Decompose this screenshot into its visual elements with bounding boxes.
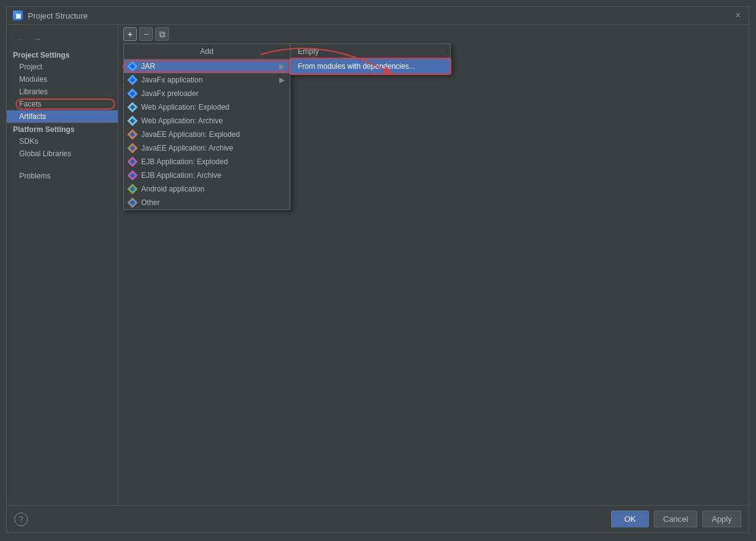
javafx-app-icon — [128, 75, 138, 86]
dropdown-item-ejb-archive-label: EJB Application: Archive — [141, 171, 221, 180]
platform-settings-label: Platform Settings — [7, 123, 118, 135]
back-button[interactable]: ← — [13, 32, 27, 46]
forward-button[interactable]: → — [30, 32, 44, 46]
submenu-item-empty[interactable]: Empty — [290, 44, 450, 59]
javafx-preloader-icon — [128, 89, 138, 99]
content-area: ← → Project Settings Project Modules Lib… — [7, 25, 749, 505]
project-settings-label: Project Settings — [7, 48, 118, 61]
add-dropdown-header: Add — [124, 44, 290, 59]
dropdown-item-ejb-exploded-label: EJB Application: Exploded — [141, 157, 228, 166]
ejb-archive-icon — [128, 170, 138, 181]
close-button[interactable]: × — [734, 11, 742, 20]
sidebar-item-modules[interactable]: Modules — [7, 73, 118, 86]
toolbar: + − ⧉ — [118, 25, 174, 43]
sidebar: ← → Project Settings Project Modules Lib… — [7, 25, 118, 505]
nav-bar: ← → — [7, 30, 118, 48]
cancel-button[interactable]: Cancel — [654, 511, 697, 527]
dropdown-item-ejb-archive[interactable]: EJB Application: Archive — [124, 169, 290, 182]
dropdown-item-web-exploded[interactable]: Web Application: Exploded — [124, 100, 290, 114]
web-exploded-icon — [128, 102, 138, 113]
dropdown-item-javaee-archive-label: JavaEE Application: Archive — [141, 144, 233, 152]
android-icon — [128, 184, 138, 195]
titlebar-left: ▣ Project Structure — [13, 11, 88, 20]
dropdown-item-other-label: Other — [141, 198, 160, 207]
javaee-archive-icon — [128, 143, 138, 154]
dropdown-item-android[interactable]: Android application — [124, 182, 290, 196]
titlebar: ▣ Project Structure × — [7, 7, 749, 25]
app-icon: ▣ — [13, 11, 23, 20]
add-dropdown: Add JAR ▶ JavaFx application ▶ — [123, 43, 290, 210]
sidebar-item-sdks[interactable]: SDKs — [7, 135, 118, 147]
submenu-item-from-modules[interactable]: From modules with dependencies... — [290, 59, 450, 74]
dropdown-item-javafx-app[interactable]: JavaFx application ▶ — [124, 73, 290, 87]
ok-button[interactable]: OK — [611, 511, 649, 527]
bottombar-left: ? — [14, 512, 28, 526]
copy-button[interactable]: ⧉ — [155, 27, 169, 41]
jar-submenu: Empty From modules with dependencies... — [290, 43, 451, 74]
javafx-app-submenu-arrow: ▶ — [279, 76, 285, 84]
web-archive-icon — [128, 116, 138, 126]
dropdown-item-jar[interactable]: JAR ▶ — [124, 59, 290, 73]
dropdown-item-web-exploded-label: Web Application: Exploded — [141, 103, 230, 112]
add-button[interactable]: + — [123, 27, 137, 41]
sidebar-item-facets[interactable]: Facets — [7, 98, 118, 110]
other-icon — [128, 198, 138, 208]
sidebar-item-problems[interactable]: Problems — [7, 170, 118, 182]
dropdown-item-jar-label: JAR — [141, 62, 155, 71]
dropdown-item-android-label: Android application — [141, 185, 204, 193]
javaee-exploded-icon — [128, 130, 138, 140]
apply-button[interactable]: Apply — [702, 511, 741, 527]
jar-icon — [128, 61, 138, 72]
bottombar: ? OK Cancel Apply — [7, 505, 749, 532]
dropdown-item-javafx-app-label: JavaFx application — [141, 76, 202, 84]
dropdown-item-javaee-exploded[interactable]: JavaEE Application: Exploded — [124, 128, 290, 141]
help-button[interactable]: ? — [14, 512, 28, 526]
dropdown-item-javaee-exploded-label: JavaEE Application: Exploded — [141, 130, 240, 139]
remove-button[interactable]: − — [139, 27, 153, 41]
dropdown-item-javafx-preloader-label: JavaFx preloader — [141, 89, 199, 98]
dropdown-item-web-archive[interactable]: Web Application: Archive — [124, 114, 290, 128]
jar-submenu-arrow: ▶ — [279, 62, 285, 71]
sidebar-item-artifacts[interactable]: Artifacts — [7, 110, 118, 123]
sidebar-item-libraries[interactable]: Libraries — [7, 86, 118, 98]
dropdown-item-javafx-preloader[interactable]: JavaFx preloader — [124, 87, 290, 100]
dialog-title: Project Structure — [28, 11, 88, 20]
bottombar-right: OK Cancel Apply — [611, 511, 741, 527]
dropdown-item-javaee-archive[interactable]: JavaEE Application: Archive — [124, 141, 290, 155]
main-panel: + − ⧉ Add JAR ▶ JavaFx application — [118, 25, 749, 505]
dropdown-item-other[interactable]: Other — [124, 196, 290, 209]
project-structure-dialog: ▣ Project Structure × ← → Project Settin… — [6, 6, 749, 533]
sidebar-item-project[interactable]: Project — [7, 61, 118, 73]
ejb-exploded-icon — [128, 157, 138, 167]
sidebar-item-global-libraries[interactable]: Global Libraries — [7, 147, 118, 160]
dropdown-item-web-archive-label: Web Application: Archive — [141, 117, 223, 125]
dropdown-item-ejb-exploded[interactable]: EJB Application: Exploded — [124, 155, 290, 169]
